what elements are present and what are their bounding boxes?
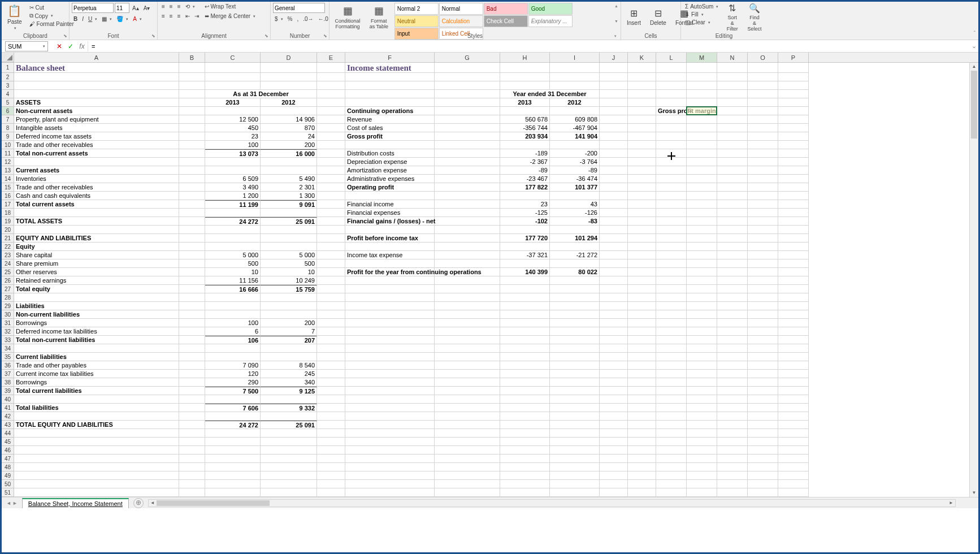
cell-I43[interactable]: [550, 421, 600, 429]
cell-C14[interactable]: 6 509: [205, 175, 261, 183]
cell-I22[interactable]: [550, 243, 600, 251]
cell-H41[interactable]: [500, 404, 550, 412]
cell-L6[interactable]: Gross profit margin: [656, 107, 687, 115]
cell-D25[interactable]: 10: [261, 268, 317, 276]
italic-button[interactable]: I: [80, 15, 85, 23]
number-dialog-launcher[interactable]: ⬊: [323, 33, 327, 38]
row-header-10[interactable]: 10: [2, 141, 14, 149]
cell-L22[interactable]: [656, 243, 687, 251]
fill-button[interactable]: ⬇Fill▾: [683, 11, 720, 18]
cell-F15[interactable]: Operating profit: [345, 183, 435, 192]
cell-E36[interactable]: [317, 361, 345, 370]
cell-E3[interactable]: [317, 81, 345, 90]
cell-I14[interactable]: -36 474: [550, 175, 600, 183]
cell-C37[interactable]: 120: [205, 370, 261, 378]
formula-input[interactable]: [88, 41, 969, 51]
cell-H16[interactable]: [500, 192, 550, 200]
cell-O49[interactable]: [748, 471, 778, 480]
cell-N13[interactable]: [717, 166, 748, 175]
cell-I39[interactable]: [550, 387, 600, 395]
row-header-11[interactable]: 11: [2, 149, 14, 158]
cell-E19[interactable]: [317, 217, 345, 226]
cell-G39[interactable]: [435, 387, 500, 395]
cell-O8[interactable]: [748, 124, 778, 132]
cell-B4[interactable]: [179, 90, 205, 98]
cell-O6[interactable]: [748, 107, 778, 115]
cell-N38[interactable]: [717, 378, 748, 387]
cell-F49[interactable]: [345, 471, 435, 480]
cell-K26[interactable]: [628, 276, 656, 285]
cell-M40[interactable]: [687, 395, 717, 404]
cell-P51[interactable]: [778, 488, 809, 497]
cell-H31[interactable]: [500, 319, 550, 327]
cell-I19[interactable]: -83: [550, 217, 600, 226]
cell-D6[interactable]: [261, 107, 317, 115]
cell-N16[interactable]: [717, 192, 748, 200]
cell-L33[interactable]: [656, 336, 687, 344]
cell-A34[interactable]: [14, 344, 179, 353]
row-header-4[interactable]: 4: [2, 90, 14, 98]
cell-B45[interactable]: [179, 438, 205, 446]
cell-C43[interactable]: 24 272: [205, 421, 261, 429]
cell-F28[interactable]: [345, 293, 435, 302]
cell-F7[interactable]: Revenue: [345, 115, 435, 124]
cell-B47[interactable]: [179, 455, 205, 463]
cell-N28[interactable]: [717, 293, 748, 302]
cell-D17[interactable]: 9 091: [261, 200, 317, 209]
cell-F8[interactable]: Cost of sales: [345, 124, 435, 132]
cell-I44[interactable]: [550, 429, 600, 438]
cell-L28[interactable]: [656, 293, 687, 302]
cell-M16[interactable]: [687, 192, 717, 200]
cell-C39[interactable]: 7 500: [205, 387, 261, 395]
cell-O45[interactable]: [748, 438, 778, 446]
cell-K51[interactable]: [628, 488, 656, 497]
cell-M10[interactable]: [687, 141, 717, 149]
cell-E39[interactable]: [317, 387, 345, 395]
cell-B10[interactable]: [179, 141, 205, 149]
cell-G28[interactable]: [435, 293, 500, 302]
cell-L10[interactable]: [656, 141, 687, 149]
cell-N8[interactable]: [717, 124, 748, 132]
cell-C22[interactable]: [205, 243, 261, 251]
format-painter-button[interactable]: 🖌Format Painter: [28, 20, 76, 28]
cell-K40[interactable]: [628, 395, 656, 404]
cell-J15[interactable]: [600, 183, 628, 192]
cell-K10[interactable]: [628, 141, 656, 149]
cell-F24[interactable]: [345, 259, 435, 268]
cell-K20[interactable]: [628, 226, 656, 234]
cell-B20[interactable]: [179, 226, 205, 234]
cell-E21[interactable]: [317, 234, 345, 243]
cell-F13[interactable]: Amortization expense: [345, 166, 435, 175]
cell-H46[interactable]: [500, 446, 550, 455]
cell-D32[interactable]: 7: [261, 327, 317, 336]
cell-N5[interactable]: [717, 98, 748, 107]
cell-L14[interactable]: [656, 175, 687, 183]
cell-D34[interactable]: [261, 344, 317, 353]
row-header-32[interactable]: 32: [2, 327, 14, 336]
align-center-button[interactable]: ≡: [168, 12, 175, 20]
cell-I32[interactable]: [550, 327, 600, 336]
cell-I35[interactable]: [550, 353, 600, 361]
cell-B1[interactable]: [179, 63, 205, 73]
cell-F41[interactable]: [345, 404, 435, 412]
cell-G3[interactable]: [435, 81, 500, 90]
cell-N24[interactable]: [717, 259, 748, 268]
cell-M47[interactable]: [687, 455, 717, 463]
cell-A15[interactable]: Trade and other receivables: [14, 183, 179, 192]
cell-P6[interactable]: [778, 107, 809, 115]
cell-J32[interactable]: [600, 327, 628, 336]
row-header-21[interactable]: 21: [2, 234, 14, 243]
cell-F31[interactable]: [345, 319, 435, 327]
cell-C11[interactable]: 13 073: [205, 149, 261, 158]
column-header-M[interactable]: M: [687, 53, 717, 62]
row-header-37[interactable]: 37: [2, 370, 14, 378]
row-header-6[interactable]: 6: [2, 107, 14, 115]
cell-K33[interactable]: [628, 336, 656, 344]
cell-L43[interactable]: [656, 421, 687, 429]
row-header-23[interactable]: 23: [2, 251, 14, 259]
cell-L34[interactable]: [656, 344, 687, 353]
cell-B5[interactable]: [179, 98, 205, 107]
column-header-D[interactable]: D: [261, 53, 317, 62]
cell-O22[interactable]: [748, 243, 778, 251]
style-cell-explanatory-[interactable]: Explanatory ...: [528, 15, 573, 27]
